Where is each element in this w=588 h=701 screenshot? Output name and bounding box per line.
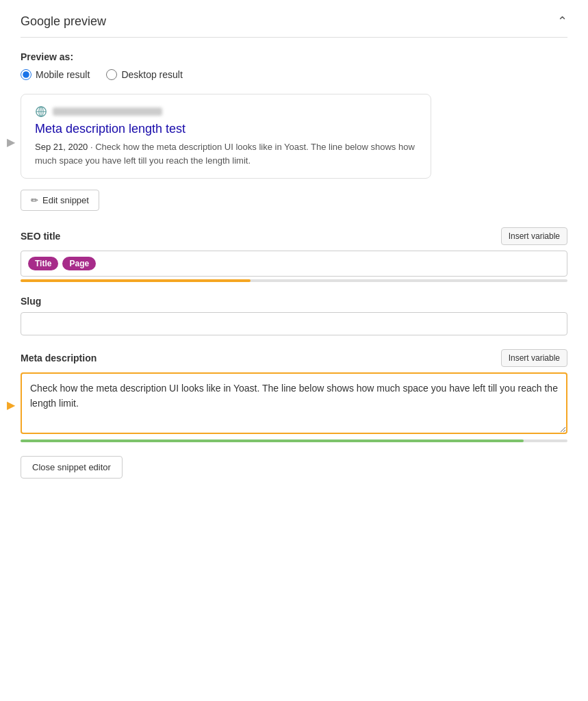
slug-header: Slug: [21, 296, 567, 307]
collapse-icon[interactable]: ⌃: [557, 14, 567, 29]
desktop-result-radio[interactable]: [106, 69, 117, 80]
pencil-icon: ✏: [31, 195, 38, 205]
meta-description-section: Meta description Insert variable ▶ Check…: [21, 349, 567, 442]
close-snippet-editor-label: Close snippet editor: [32, 462, 111, 472]
preview-card-arrow-icon: ▶: [7, 136, 15, 149]
desktop-result-option[interactable]: Desktop result: [106, 69, 182, 80]
google-preview-header: Google preview ⌃: [21, 14, 567, 38]
meta-description-progress-bar-fill: [21, 439, 524, 442]
globe-icon: [35, 105, 47, 118]
preview-url-row: [35, 105, 417, 118]
slug-label: Slug: [21, 296, 41, 307]
slug-section: Slug: [21, 296, 567, 335]
google-preview-card: Meta description length test Sep 21, 202…: [21, 94, 431, 179]
mobile-result-label: Mobile result: [36, 69, 90, 80]
seo-title-label: SEO title: [21, 231, 60, 242]
mobile-result-radio[interactable]: [21, 69, 31, 80]
meta-description-insert-variable-button[interactable]: Insert variable: [501, 349, 567, 367]
edit-snippet-label: Edit snippet: [42, 195, 89, 205]
preview-mode-group: Mobile result Desktop result: [21, 69, 567, 80]
seo-title-section: SEO title Insert variable Title Page: [21, 227, 567, 282]
preview-date: Sep 21, 2020: [35, 142, 88, 152]
meta-description-header: Meta description Insert variable: [21, 349, 567, 367]
seo-title-progress-bar-container: [21, 279, 567, 282]
seo-title-insert-variable-button[interactable]: Insert variable: [501, 227, 567, 245]
mobile-result-option[interactable]: Mobile result: [21, 69, 90, 80]
meta-description-arrow-icon: ▶: [7, 398, 15, 411]
meta-description-textarea[interactable]: Check how the meta description UI looks …: [21, 372, 567, 434]
meta-description-label: Meta description: [21, 353, 97, 364]
preview-title[interactable]: Meta description length test: [35, 122, 417, 136]
tag-pill-title: Title: [28, 257, 58, 270]
meta-description-textarea-wrapper: ▶ Check how the meta description UI look…: [21, 372, 567, 437]
seo-title-progress-bar-fill: [21, 279, 251, 282]
section-title: Google preview: [21, 14, 106, 29]
seo-title-input[interactable]: Title Page: [21, 251, 567, 277]
seo-title-header: SEO title Insert variable: [21, 227, 567, 245]
desktop-result-label: Desktop result: [121, 69, 182, 80]
slug-input[interactable]: [21, 312, 567, 335]
preview-as-label: Preview as:: [21, 51, 567, 62]
url-blurred: [53, 107, 162, 116]
tag-pill-page: Page: [62, 257, 96, 270]
meta-description-progress-bar-container: [21, 439, 567, 442]
preview-description: Sep 21, 2020 · Check how the meta descri…: [35, 140, 417, 167]
close-snippet-editor-button[interactable]: Close snippet editor: [21, 456, 123, 479]
edit-snippet-button[interactable]: ✏ Edit snippet: [21, 190, 99, 211]
